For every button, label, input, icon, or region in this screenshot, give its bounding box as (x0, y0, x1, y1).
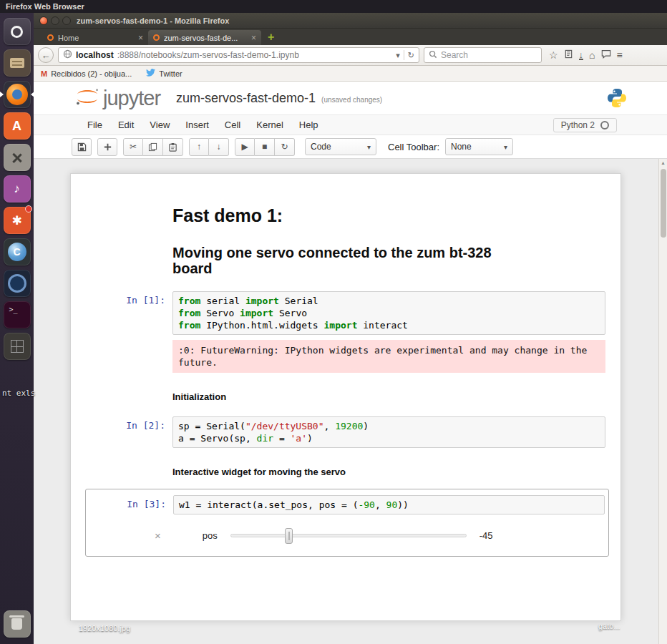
code-cell-1[interactable]: In [1]: from serial import Serialfrom Se… (71, 291, 605, 335)
menu-edit[interactable]: Edit (110, 119, 142, 130)
code-editor[interactable]: w1 = interact(a.set_pos, pos = (-90, 90)… (173, 495, 605, 514)
code-editor[interactable]: sp = Serial("/dev/ttyUSB0", 19200)a = Se… (172, 416, 605, 448)
url-bar[interactable]: localhost:8888/notebooks/zum-servos-fast… (58, 47, 419, 63)
code-cell-2[interactable]: In [2]: sp = Serial("/dev/ttyUSB0", 1920… (71, 416, 605, 448)
tab-close-icon[interactable]: × (135, 33, 143, 43)
scrollbar-thumb[interactable] (661, 169, 666, 238)
code-cell-3[interactable]: In [3]: w1 = interact(a.set_pos, pos = (… (86, 495, 605, 514)
code-editor[interactable]: from serial import Serialfrom Servo impo… (172, 291, 605, 335)
window-minimize-button[interactable] (51, 16, 59, 25)
navigation-toolbar: ← localhost:8888/notebooks/zum-servos-fa… (34, 45, 667, 66)
bookmarks-menu-icon[interactable] (564, 49, 573, 61)
interrupt-kernel-button[interactable]: ■ (255, 138, 275, 156)
bookmark-star-icon[interactable]: ☆ (549, 49, 558, 61)
heading-moving-servo: Moving one servo connected to the zum bt… (172, 245, 530, 277)
launcher-firefox-icon[interactable] (4, 81, 31, 108)
pos-slider[interactable] (230, 534, 467, 537)
code-line: from serial import Serial (178, 295, 600, 307)
launcher-system-settings-icon[interactable]: ✱ (4, 207, 31, 234)
code-token: dir (257, 433, 273, 444)
widget-close-button[interactable]: × (155, 530, 161, 542)
code-line: sp = Serial("/dev/ttyUSB0", 19200) (178, 420, 600, 432)
search-bar[interactable]: Search (424, 47, 542, 63)
paste-cell-button[interactable] (163, 138, 183, 156)
chat-bubble-icon[interactable] (601, 49, 611, 61)
cell-toolbar-select[interactable]: None ▾ (445, 138, 513, 155)
tab-notebook[interactable]: zum-servos-fast-de... × (148, 30, 261, 45)
unity-launcher: A ♪ ✱ C >_ (0, 13, 34, 644)
home-icon[interactable]: ⌂ (589, 49, 595, 61)
run-cell-button[interactable]: ▶ (235, 138, 255, 156)
tab-home[interactable]: Home × (42, 30, 148, 45)
jupyter-logo-icon[interactable] (75, 87, 99, 109)
restart-kernel-button[interactable]: ↻ (275, 138, 295, 156)
tab-close-icon[interactable]: × (248, 33, 256, 43)
slider-label: pos (203, 530, 218, 541)
launcher-browser-icon[interactable] (4, 270, 31, 297)
menu-cell[interactable]: Cell (217, 119, 248, 130)
launcher-media-player-icon[interactable]: ♪ (4, 175, 31, 203)
system-top-bar: Firefox Web Browser (0, 0, 667, 13)
hamburger-menu-icon[interactable]: ≡ (617, 49, 623, 61)
url-dropdown-icon[interactable]: ▾ (396, 51, 400, 60)
insert-cell-button[interactable] (97, 138, 117, 156)
copy-cell-button[interactable] (143, 138, 163, 156)
new-tab-button[interactable]: + (261, 31, 281, 44)
bookmark-gmail[interactable]: M Recibidos (2) - obijua... (41, 69, 132, 78)
launcher-chromium-icon[interactable]: C (4, 238, 31, 265)
launcher-trash-icon[interactable] (4, 610, 31, 638)
desktop-file-label: 1920x1080.jpg (79, 624, 130, 633)
tab-label: zum-servos-fast-de... (164, 34, 238, 42)
launcher-files-icon[interactable] (4, 49, 31, 77)
notebook-header: jupyter zum-servos-fast-demo-1 (unsaved … (34, 82, 667, 114)
code-token: from (178, 308, 200, 318)
jupyter-favicon-icon (153, 34, 160, 41)
move-cell-down-button[interactable]: ↓ (209, 138, 229, 156)
url-host: localhost (76, 50, 114, 60)
files-icon (10, 58, 24, 68)
menu-file[interactable]: File (79, 119, 110, 130)
scrollbar-up-icon[interactable]: ▴ (659, 159, 667, 167)
launcher-software-tools-icon[interactable] (4, 144, 31, 171)
back-button[interactable]: ← (38, 47, 54, 63)
code-line: from IPython.html.widgets import interac… (178, 319, 600, 331)
slider-handle[interactable] (285, 528, 293, 544)
window-maximize-button[interactable] (62, 16, 71, 25)
jupyter-brand[interactable]: jupyter (103, 87, 160, 110)
trash-icon (11, 618, 22, 630)
focused-indicator-icon (31, 92, 34, 97)
notebook-title[interactable]: zum-servos-fast-demo-1 (176, 91, 316, 106)
menu-kernel[interactable]: Kernel (248, 119, 291, 130)
notification-badge (25, 205, 32, 213)
save-button[interactable] (72, 138, 92, 156)
menu-help[interactable]: Help (291, 119, 326, 130)
downloads-icon[interactable]: ↓ (579, 51, 584, 60)
code-token: from (178, 296, 200, 306)
chevron-down-icon: ▾ (367, 143, 371, 151)
notebook-page: jupyter zum-servos-fast-demo-1 (unsaved … (34, 82, 667, 644)
launcher-software-center-icon[interactable]: A (4, 112, 31, 140)
page-scrollbar[interactable]: ▴ (658, 159, 667, 644)
launcher-workspace-switcher-icon[interactable] (4, 333, 31, 360)
window-close-button[interactable] (39, 16, 48, 25)
heading-initialization: Initialization (172, 391, 606, 402)
launcher-dash-icon[interactable] (4, 18, 31, 45)
notebook-container: Fast demo 1: Moving one servo connected … (70, 173, 621, 621)
nav-action-icons: ☆ ↓ ⌂ ≡ (549, 49, 623, 61)
code-token: import (324, 320, 358, 331)
bookmark-twitter[interactable]: Twitter (146, 69, 182, 78)
menu-view[interactable]: View (142, 119, 177, 130)
code-line: a = Servo(sp, dir = 'a') (178, 432, 600, 444)
selected-cell[interactable]: In [3]: w1 = interact(a.set_pos, pos = (… (85, 489, 609, 557)
launcher-terminal-icon[interactable]: >_ (4, 301, 31, 328)
menu-insert[interactable]: Insert (177, 119, 217, 130)
code-token: 90 (386, 499, 398, 510)
cut-cell-button[interactable]: ✂ (123, 138, 143, 156)
python-logo-icon (607, 88, 627, 108)
move-cell-up-button[interactable]: ↑ (189, 138, 209, 156)
window-titlebar[interactable]: zum-servos-fast-demo-1 - Mozilla Firefox (34, 13, 667, 29)
code-token: -90 (358, 499, 374, 510)
cell-type-value: Code (311, 142, 331, 152)
reload-icon[interactable]: ↻ (408, 51, 414, 60)
cell-type-select[interactable]: Code ▾ (305, 138, 376, 155)
